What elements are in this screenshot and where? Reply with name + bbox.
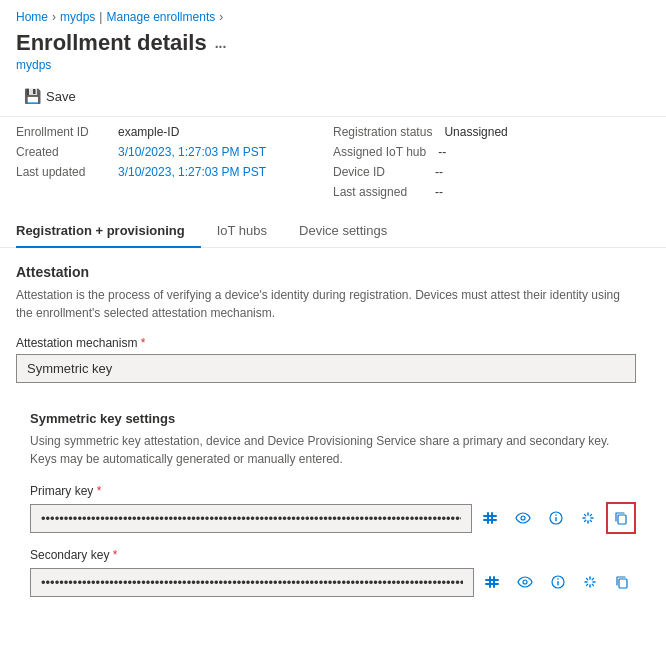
save-label: Save: [46, 89, 76, 104]
svg-rect-0: [483, 515, 497, 517]
secondary-key-required: *: [113, 548, 118, 562]
svg-point-13: [523, 580, 527, 584]
svg-rect-10: [485, 583, 499, 585]
svg-rect-1: [483, 519, 497, 521]
created-value: 3/10/2023, 1:27:03 PM PST: [118, 145, 266, 159]
save-icon: 💾: [24, 88, 41, 104]
primary-key-eye-icon[interactable]: [508, 502, 538, 534]
svg-rect-15: [557, 581, 558, 586]
detail-row-last-updated: Last updated 3/10/2023, 1:27:03 PM PST: [16, 165, 333, 179]
last-assigned-value: --: [435, 185, 443, 199]
page-subtitle: mydps: [16, 58, 650, 72]
content-area: Attestation Attestation is the process o…: [0, 248, 666, 624]
last-updated-value: 3/10/2023, 1:27:03 PM PST: [118, 165, 266, 179]
device-id-label: Device ID: [333, 165, 423, 179]
mechanism-required-star: *: [141, 336, 146, 350]
secondary-key-label: Secondary key *: [30, 548, 636, 562]
reg-status-value: Unassigned: [444, 125, 507, 139]
details-right: Registration status Unassigned Assigned …: [333, 125, 650, 199]
details-grid: Enrollment ID example-ID Created 3/10/20…: [0, 117, 666, 211]
page-header: Enrollment details ... mydps: [0, 30, 666, 76]
secondary-key-bars-icon[interactable]: [478, 566, 506, 598]
save-button[interactable]: 💾 Save: [16, 84, 84, 108]
breadcrumb-sep-2: |: [99, 10, 102, 24]
primary-key-regenerate-icon[interactable]: [574, 502, 602, 534]
breadcrumb: Home › mydps | Manage enrollments ›: [0, 0, 666, 30]
secondary-key-container: Secondary key *: [30, 548, 636, 598]
breadcrumb-mydps[interactable]: mydps: [60, 10, 95, 24]
symmetric-key-subsection: Symmetric key settings Using symmetric k…: [16, 399, 650, 624]
primary-key-bars-icon[interactable]: [476, 502, 504, 534]
details-left: Enrollment ID example-ID Created 3/10/20…: [16, 125, 333, 199]
tab-registration-provisioning[interactable]: Registration + provisioning: [16, 215, 201, 248]
detail-row-last-assigned: Last assigned --: [333, 185, 650, 199]
attestation-mechanism-label: Attestation mechanism *: [16, 336, 650, 350]
primary-key-container: Primary key *: [30, 484, 636, 534]
enrollment-id-label: Enrollment ID: [16, 125, 106, 139]
created-label: Created: [16, 145, 106, 159]
attestation-section: Attestation Attestation is the process o…: [16, 264, 650, 624]
symmetric-key-title: Symmetric key settings: [30, 411, 636, 426]
last-assigned-label: Last assigned: [333, 185, 423, 199]
attestation-title: Attestation: [16, 264, 650, 280]
toolbar: 💾 Save: [0, 76, 666, 117]
attestation-mechanism-select[interactable]: Symmetric key: [16, 354, 636, 383]
primary-key-label: Primary key *: [30, 484, 636, 498]
attestation-description: Attestation is the process of verifying …: [16, 286, 636, 322]
secondary-key-input[interactable]: [30, 568, 474, 597]
svg-rect-9: [485, 579, 499, 581]
primary-key-info-icon[interactable]: [542, 502, 570, 534]
page-title-ellipsis[interactable]: ...: [215, 35, 227, 51]
symmetric-key-desc: Using symmetric key attestation, device …: [30, 432, 610, 468]
svg-rect-6: [555, 517, 556, 522]
tabs-container: Registration + provisioning IoT hubs Dev…: [0, 215, 666, 248]
enrollment-id-value: example-ID: [118, 125, 179, 139]
attestation-mechanism-field: Attestation mechanism * Symmetric key: [16, 336, 650, 383]
primary-key-input[interactable]: [30, 504, 472, 533]
page-title-text: Enrollment details: [16, 30, 207, 56]
breadcrumb-sep-3: ›: [219, 10, 223, 24]
last-updated-label: Last updated: [16, 165, 106, 179]
secondary-key-input-row: [30, 566, 636, 598]
detail-row-iot-hub: Assigned IoT hub --: [333, 145, 650, 159]
breadcrumb-home[interactable]: Home: [16, 10, 48, 24]
svg-rect-8: [618, 515, 626, 524]
detail-row-reg-status: Registration status Unassigned: [333, 125, 650, 139]
svg-point-16: [557, 578, 559, 580]
secondary-key-copy-icon[interactable]: [608, 566, 636, 598]
breadcrumb-sep-1: ›: [52, 10, 56, 24]
iot-hub-value: --: [438, 145, 446, 159]
tab-device-settings[interactable]: Device settings: [283, 215, 403, 248]
device-id-value: --: [435, 165, 443, 179]
svg-point-7: [555, 514, 557, 516]
tab-iot-hubs[interactable]: IoT hubs: [201, 215, 283, 248]
svg-rect-17: [619, 579, 627, 588]
svg-point-4: [521, 516, 525, 520]
detail-row-enrollment-id: Enrollment ID example-ID: [16, 125, 333, 139]
secondary-key-eye-icon[interactable]: [510, 566, 540, 598]
secondary-key-info-icon[interactable]: [544, 566, 572, 598]
breadcrumb-manage-enrollments[interactable]: Manage enrollments: [106, 10, 215, 24]
reg-status-label: Registration status: [333, 125, 432, 139]
primary-key-input-row: [30, 502, 636, 534]
primary-key-copy-icon[interactable]: [606, 502, 636, 534]
svg-rect-3: [491, 512, 493, 524]
svg-rect-11: [489, 576, 491, 588]
detail-row-created: Created 3/10/2023, 1:27:03 PM PST: [16, 145, 333, 159]
svg-rect-12: [493, 576, 495, 588]
secondary-key-regenerate-icon[interactable]: [576, 566, 604, 598]
detail-row-device-id: Device ID --: [333, 165, 650, 179]
svg-rect-2: [487, 512, 489, 524]
iot-hub-label: Assigned IoT hub: [333, 145, 426, 159]
primary-key-required: *: [97, 484, 102, 498]
